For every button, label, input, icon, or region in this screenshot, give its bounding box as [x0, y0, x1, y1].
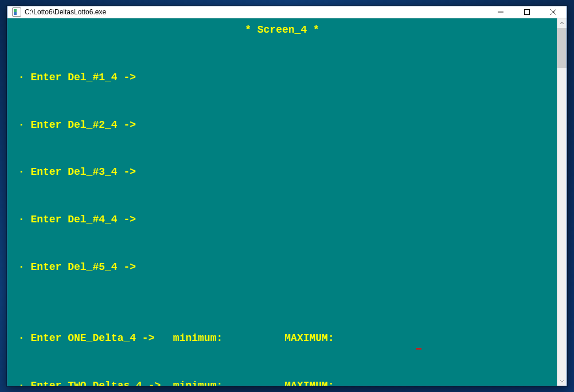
close-icon	[550, 9, 556, 15]
minimize-icon	[498, 9, 503, 15]
maximize-button[interactable]	[514, 6, 540, 18]
prompt-two-deltas: · Enter TWO_Deltas_4 -> minimum: MAXIMUM…	[12, 380, 552, 386]
titlebar[interactable]: C:\Lotto6\DeltasLotto6.exe	[7, 6, 567, 18]
app-icon	[12, 7, 21, 17]
console-output[interactable]: * Screen_4 * · Enter Del_#1_4 -> · Enter…	[7, 18, 557, 386]
chevron-down-icon	[560, 379, 564, 383]
app-window: C:\Lotto6\DeltasLotto6.exe * Screen_4 * …	[7, 6, 567, 386]
close-button[interactable]	[540, 6, 567, 18]
scroll-down-button[interactable]	[557, 376, 567, 386]
maximize-icon	[524, 9, 530, 15]
scroll-up-button[interactable]	[557, 18, 567, 28]
screen-header: * Screen_4 *	[12, 24, 552, 36]
vertical-scrollbar[interactable]	[557, 18, 567, 386]
chevron-up-icon	[560, 21, 564, 26]
svg-rect-0	[525, 10, 530, 15]
prompt-del-2: · Enter Del_#2_4 ->	[12, 119, 552, 131]
window-controls	[487, 6, 567, 18]
minimize-button[interactable]	[487, 6, 514, 18]
prompt-one-delta: · Enter ONE_Delta_4 -> minimum: MAXIMUM:	[12, 332, 552, 344]
client-area: * Screen_4 * · Enter Del_#1_4 -> · Enter…	[7, 18, 567, 386]
prompt-del-4: · Enter Del_#4_4 ->	[12, 214, 552, 226]
prompt-del-3: · Enter Del_#3_4 ->	[12, 166, 552, 178]
prompt-del-5: · Enter Del_#5_4 ->	[12, 261, 552, 273]
text-cursor	[416, 348, 421, 350]
prompt-del-1: · Enter Del_#1_4 ->	[12, 72, 552, 84]
scroll-thumb[interactable]	[557, 28, 567, 68]
window-title: C:\Lotto6\DeltasLotto6.exe	[25, 8, 106, 16]
